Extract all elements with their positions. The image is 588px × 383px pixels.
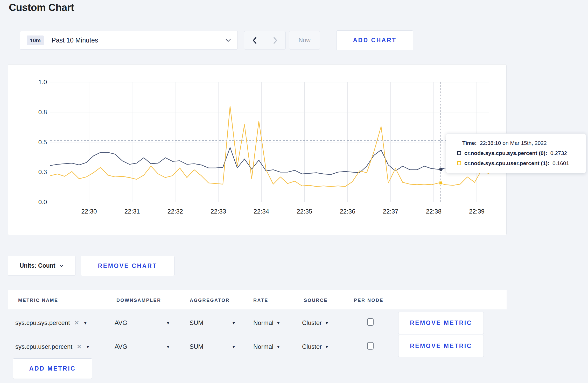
add-chart-button[interactable]: ADD CHART: [336, 30, 413, 50]
caret-down-icon: ▼: [86, 345, 90, 349]
source-select[interactable]: Cluster ▼: [302, 343, 329, 350]
source-value: Cluster: [302, 319, 322, 327]
col-header-source: SOURCE: [304, 298, 328, 303]
tooltip-series-row: cr.node.sys.cpu.user.percent (1): 0.1601: [457, 160, 578, 166]
tooltip-sys-value: 0.2732: [550, 150, 567, 156]
series-line: [50, 147, 489, 174]
x-axis-label: 22:36: [334, 208, 360, 215]
toolbar-divider: [12, 31, 12, 49]
caret-down-icon[interactable]: ▼: [166, 345, 170, 349]
rate-select[interactable]: Normal ▼: [253, 343, 280, 350]
source-select[interactable]: Cluster ▼: [302, 319, 329, 327]
tooltip-time-value: 22:38:10 on Mar 15th, 2022: [480, 140, 547, 146]
remove-metric-label: REMOVE METRIC: [410, 343, 472, 350]
time-range-label: Past 10 Minutes: [52, 37, 226, 44]
x-axis-label: 22:32: [162, 208, 188, 215]
now-button[interactable]: Now: [289, 31, 320, 49]
caret-down-icon: ▼: [276, 321, 280, 325]
sys-series-swatch-icon: [457, 151, 461, 155]
tooltip-user-label: cr.node.sys.cpu.user.percent (1):: [464, 160, 549, 166]
source-value: Cluster: [302, 343, 322, 350]
aggregator-value: SUM: [190, 319, 203, 326]
tooltip-time-title: Time:: [462, 140, 477, 146]
user-series-swatch-icon: [457, 161, 461, 165]
tooltip-time-row: Time: 22:38:10 on Mar 15th, 2022: [457, 140, 578, 146]
clear-metric-icon[interactable]: ✕: [74, 319, 79, 327]
metric-row: sys.cpu.sys.percent ✕ ▼ AVG ▼ SUM ▼ Norm…: [0, 311, 588, 335]
downsampler-value: AVG: [115, 319, 127, 326]
rate-value: Normal: [253, 343, 273, 350]
col-header-metric-name: METRIC NAME: [18, 298, 58, 303]
caret-down-icon: ▼: [276, 345, 280, 349]
hover-point-marker-sys: [439, 168, 443, 171]
chevron-right-icon: [273, 37, 277, 44]
add-metric-button[interactable]: ADD METRIC: [13, 358, 92, 379]
downsampler-select[interactable]: AVG: [115, 319, 127, 327]
x-axis-label: 22:30: [76, 208, 102, 215]
tooltip-user-value: 0.1601: [552, 160, 569, 166]
col-header-rate: RATE: [253, 298, 268, 303]
rate-select[interactable]: Normal ▼: [253, 319, 280, 327]
units-dropdown[interactable]: Units: Count: [8, 256, 75, 276]
tooltip-series-row: cr.node.sys.cpu.sys.percent (0): 0.2732: [457, 150, 578, 156]
chevron-down-icon: [59, 265, 64, 267]
tooltip-sys-label: cr.node.sys.cpu.sys.percent (0):: [464, 150, 547, 156]
caret-down-icon[interactable]: ▼: [232, 321, 236, 325]
add-chart-label: ADD CHART: [353, 37, 396, 44]
line-chart-plot[interactable]: [50, 82, 489, 202]
y-axis-label: 0.3: [10, 168, 47, 176]
remove-chart-label: REMOVE CHART: [98, 263, 157, 269]
caret-down-icon[interactable]: ▼: [232, 345, 236, 349]
col-header-per-node: PER NODE: [354, 298, 383, 303]
remove-metric-label: REMOVE METRIC: [410, 320, 472, 327]
time-step-button-group: [244, 31, 286, 49]
x-axis-label: 22:34: [248, 208, 274, 215]
per-node-checkbox[interactable]: [367, 342, 374, 350]
x-axis-label: 22:31: [119, 208, 145, 215]
add-metric-label: ADD METRIC: [29, 365, 76, 372]
aggregator-select[interactable]: SUM: [190, 343, 203, 350]
metric-name-value: sys.cpu.sys.percent: [15, 319, 70, 327]
remove-metric-button[interactable]: REMOVE METRIC: [398, 335, 484, 357]
remove-metric-button[interactable]: REMOVE METRIC: [398, 312, 484, 334]
chart-card: Time: 22:38:10 on Mar 15th, 2022 cr.node…: [8, 64, 507, 235]
metric-name-value: sys.cpu.user.percent: [15, 343, 72, 350]
step-forward-button[interactable]: [265, 31, 286, 49]
caret-down-icon: ▼: [83, 321, 87, 325]
aggregator-value: SUM: [190, 343, 203, 350]
hover-point-marker-user: [439, 181, 442, 184]
custom-chart-page: Custom Chart 10m Past 10 Minutes Now ADD…: [0, 0, 588, 383]
x-axis-label: 22:39: [464, 208, 490, 215]
step-back-button[interactable]: [244, 31, 265, 49]
remove-chart-button[interactable]: REMOVE CHART: [81, 256, 174, 276]
clear-metric-icon[interactable]: ✕: [76, 343, 82, 350]
x-axis-label: 22:33: [205, 208, 231, 215]
downsampler-select[interactable]: AVG: [115, 343, 127, 350]
y-axis-label: 0.5: [10, 138, 47, 146]
aggregator-select[interactable]: SUM: [190, 319, 203, 327]
chevron-left-icon: [253, 37, 257, 44]
y-axis-label: 0.0: [10, 198, 47, 206]
metric-name-select[interactable]: sys.cpu.sys.percent ✕ ▼: [15, 319, 87, 327]
time-range-dropdown[interactable]: 10m Past 10 Minutes: [20, 31, 238, 49]
per-node-checkbox[interactable]: [367, 318, 374, 326]
now-button-label: Now: [298, 37, 310, 44]
page-title: Custom Chart: [9, 2, 74, 13]
metric-name-select[interactable]: sys.cpu.user.percent ✕ ▼: [15, 343, 90, 350]
col-header-downsampler: DOWNSAMPLER: [116, 298, 161, 303]
downsampler-value: AVG: [115, 343, 127, 350]
caret-down-icon: ▼: [325, 345, 329, 349]
y-axis-label: 1.0: [10, 78, 47, 86]
col-header-aggregator: AGGREGATOR: [190, 298, 230, 303]
x-axis-label: 22:35: [291, 208, 317, 215]
x-axis-label: 22:37: [378, 208, 404, 215]
chevron-down-icon: [226, 39, 231, 42]
units-label: Units: Count: [20, 262, 55, 269]
caret-down-icon[interactable]: ▼: [166, 321, 170, 325]
rate-value: Normal: [253, 319, 273, 327]
time-range-badge: 10m: [27, 36, 44, 45]
x-axis-label: 22:38: [421, 208, 447, 215]
metric-row: sys.cpu.user.percent ✕ ▼ AVG ▼ SUM ▼ Nor…: [0, 335, 588, 359]
y-axis-label: 0.8: [10, 108, 47, 116]
chart-hover-tooltip: Time: 22:38:10 on Mar 15th, 2022 cr.node…: [446, 133, 586, 173]
